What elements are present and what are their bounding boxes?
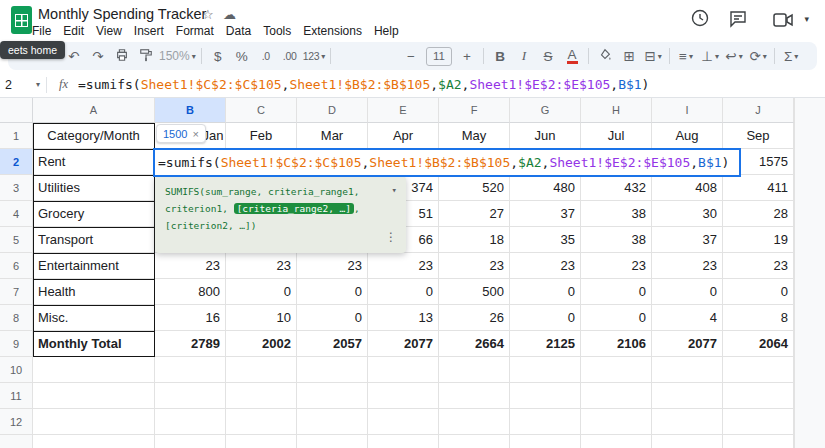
merge-cells-button[interactable]: ⊟▾ — [642, 44, 664, 68]
cell-I3[interactable]: 408 — [652, 175, 723, 201]
cell-E12[interactable] — [368, 409, 439, 435]
cell-C12[interactable] — [226, 409, 297, 435]
cell-E7[interactable]: 0 — [368, 279, 439, 305]
cell-E10[interactable] — [368, 357, 439, 383]
cell-C10[interactable] — [226, 357, 297, 383]
col-header-D[interactable]: D — [297, 98, 368, 123]
cell-H10[interactable] — [581, 357, 652, 383]
cell-E6[interactable]: 23 — [368, 253, 439, 279]
cell-B6[interactable]: 23 — [155, 253, 226, 279]
cell-F5[interactable]: 18 — [439, 227, 510, 253]
borders-button[interactable]: ⊞ — [618, 44, 640, 68]
cell-H9[interactable]: 2106 — [581, 331, 652, 357]
cell-J11[interactable] — [723, 383, 794, 409]
row-header-10[interactable]: 10 — [0, 357, 33, 383]
cell-I5[interactable]: 37 — [652, 227, 723, 253]
menu-edit[interactable]: Edit — [57, 23, 90, 39]
cell-I6[interactable]: 23 — [652, 253, 723, 279]
cell-I10[interactable] — [652, 357, 723, 383]
cell-G13[interactable] — [510, 435, 581, 448]
col-header-E[interactable]: E — [368, 98, 439, 123]
cell-H8[interactable]: 0 — [581, 305, 652, 331]
menu-help[interactable]: Help — [368, 23, 405, 39]
row-header-8[interactable]: 8 — [0, 305, 33, 331]
format-percent-button[interactable]: % — [231, 44, 253, 68]
cell-F6[interactable]: 23 — [439, 253, 510, 279]
fill-color-button[interactable] — [594, 44, 616, 68]
cell-H5[interactable]: 38 — [581, 227, 652, 253]
italic-button[interactable]: I — [513, 44, 535, 68]
cell-A3[interactable]: Utilities — [33, 175, 155, 201]
cell-G6[interactable]: 23 — [510, 253, 581, 279]
cell-B13[interactable] — [155, 435, 226, 448]
version-history-icon[interactable] — [690, 8, 710, 31]
print-button[interactable] — [111, 44, 133, 68]
row-header-4[interactable]: 4 — [0, 201, 33, 227]
close-icon[interactable]: × — [192, 128, 198, 140]
cell-A12[interactable] — [33, 409, 155, 435]
comments-icon[interactable] — [729, 10, 747, 31]
col-header-C[interactable]: C — [226, 98, 297, 123]
cell-C6[interactable]: 23 — [226, 253, 297, 279]
cell-G3[interactable]: 480 — [510, 175, 581, 201]
cell-H12[interactable] — [581, 409, 652, 435]
cell-F3[interactable]: 520 — [439, 175, 510, 201]
cell-B8[interactable]: 16 — [155, 305, 226, 331]
cell-I4[interactable]: 30 — [652, 201, 723, 227]
cell-C8[interactable]: 10 — [226, 305, 297, 331]
cell-I8[interactable]: 4 — [652, 305, 723, 331]
cell-A6[interactable]: Entertainment — [33, 253, 155, 279]
row-header-3[interactable]: 3 — [0, 175, 33, 201]
cell-G9[interactable]: 2125 — [510, 331, 581, 357]
cell-G11[interactable] — [510, 383, 581, 409]
cell-D13[interactable] — [297, 435, 368, 448]
cell-F13[interactable] — [439, 435, 510, 448]
cell-G10[interactable] — [510, 357, 581, 383]
menu-data[interactable]: Data — [220, 23, 257, 39]
meet-camera-icon[interactable] — [773, 13, 793, 30]
cell-D12[interactable] — [297, 409, 368, 435]
menu-insert[interactable]: Insert — [128, 23, 170, 39]
row-header-1[interactable]: 1 — [0, 123, 33, 149]
col-header-F[interactable]: F — [439, 98, 510, 123]
functions-button[interactable]: Σ▾ — [780, 44, 802, 68]
name-box[interactable]: 2 ▾ — [0, 72, 46, 97]
cell-G4[interactable]: 37 — [510, 201, 581, 227]
cell-D8[interactable]: 0 — [297, 305, 368, 331]
cell-B12[interactable] — [155, 409, 226, 435]
text-rotation-button[interactable]: ⟳▾ — [747, 44, 769, 68]
cell-H13[interactable] — [581, 435, 652, 448]
undo-button[interactable]: ↶ — [63, 44, 85, 68]
cell-J5[interactable]: 19 — [723, 227, 794, 253]
cell-E13[interactable] — [368, 435, 439, 448]
cell-A8[interactable]: Misc. — [33, 305, 155, 331]
cell-G12[interactable] — [510, 409, 581, 435]
cell-D1[interactable]: Mar — [297, 123, 368, 149]
cell-H6[interactable]: 23 — [581, 253, 652, 279]
cell-editor[interactable]: =sumifs(Sheet1!$C$2:$C$105,Sheet1!$B$2:$… — [153, 148, 741, 177]
cell-F4[interactable]: 27 — [439, 201, 510, 227]
col-header-G[interactable]: G — [510, 98, 581, 123]
menu-view[interactable]: View — [90, 23, 128, 39]
decrease-decimal-button[interactable]: .0 — [255, 44, 277, 68]
cell-J12[interactable] — [723, 409, 794, 435]
more-formats-button[interactable]: 123▾ — [303, 44, 325, 68]
cell-B11[interactable] — [155, 383, 226, 409]
cell-J4[interactable]: 28 — [723, 201, 794, 227]
menu-extensions[interactable]: Extensions — [297, 23, 368, 39]
increase-decimal-button[interactable]: .00 — [279, 44, 301, 68]
cell-E9[interactable]: 2077 — [368, 331, 439, 357]
menu-tools[interactable]: Tools — [257, 23, 297, 39]
cell-I12[interactable] — [652, 409, 723, 435]
strikethrough-button[interactable]: S — [537, 44, 559, 68]
redo-button[interactable]: ↷ — [87, 44, 109, 68]
cell-G5[interactable]: 35 — [510, 227, 581, 253]
select-all-corner[interactable] — [0, 98, 33, 123]
row-header-9[interactable]: 9 — [0, 331, 33, 357]
cell-I1[interactable]: Aug — [652, 123, 723, 149]
cell-F11[interactable] — [439, 383, 510, 409]
cell-F9[interactable]: 2664 — [439, 331, 510, 357]
row-header-13[interactable] — [0, 435, 33, 448]
cell-A4[interactable]: Grocery — [33, 201, 155, 227]
cell-I13[interactable] — [652, 435, 723, 448]
